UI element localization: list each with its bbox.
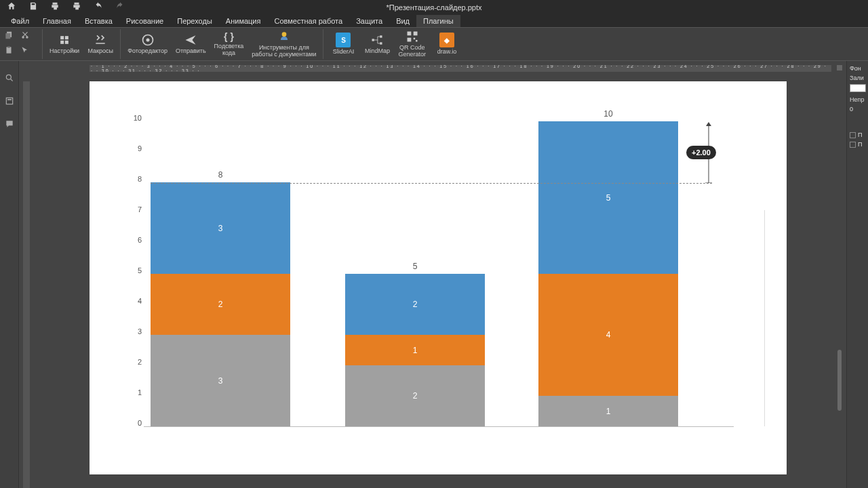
tool-sliderai[interactable]: SSliderAI [326,31,360,57]
svg-point-11 [146,39,149,42]
redo-icon[interactable] [115,1,125,14]
left-sidebar [0,61,19,488]
checkbox-2[interactable]: П [850,141,865,148]
background-label: Фон [850,65,865,72]
menu-рисование[interactable]: Рисование [119,15,170,27]
segment-orange: 4 [538,274,678,396]
menu-файл[interactable]: Файл [4,15,36,27]
fill-label: Зали [850,75,865,81]
menu-bar: ФайлГлавнаяВставкаРисованиеПереходыАнима… [0,15,868,27]
sum-label: 5 [345,262,485,271]
segment-orange: 1 [345,335,485,365]
vertical-scrollbar[interactable] [837,350,842,411]
tool-photoedit[interactable]: Фоторедактор [123,32,172,56]
diff-reference-line [151,183,712,184]
segment-gray: 3 [151,335,290,426]
slide-canvas[interactable]: 012345678910 3238212514510+2.00 [90,81,787,474]
svg-rect-22 [6,98,12,104]
opacity-value: 0 [850,106,865,113]
segment-blue: 3 [151,182,290,274]
opacity-label: Непр [850,96,865,103]
svg-rect-14 [380,35,382,37]
stacked-bar-chart[interactable]: 012345678910 3238212514510+2.00 [113,122,822,474]
segment-gray: 1 [538,396,678,426]
svg-rect-1 [5,33,10,39]
diff-value-badge: +2.00 [686,146,716,159]
svg-rect-16 [407,32,411,36]
select-icon[interactable] [20,45,30,58]
right-properties-panel: Фон Зали Непр 0 П П [846,61,868,488]
undo-icon[interactable] [94,1,103,14]
document-title: *Презентация-слайдер.pptx [386,3,481,12]
sum-label: 8 [151,170,290,180]
svg-rect-15 [380,42,382,44]
svg-rect-9 [65,41,68,44]
home-icon[interactable] [7,1,16,14]
editor-area: · · 1 · · · 2 · · · 3 · · · 4 · · · 5 · … [19,61,846,488]
tool-mindmap[interactable]: MindMap [360,32,394,56]
menu-вставка[interactable]: Вставка [78,15,119,27]
menu-защита[interactable]: Защита [349,15,389,27]
slides-panel-icon[interactable] [5,96,14,108]
menu-вид[interactable]: Вид [389,15,416,27]
svg-rect-13 [372,39,374,41]
menu-плагины[interactable]: Плагины [416,15,460,27]
svg-point-12 [282,32,287,37]
tool-highlight[interactable]: { }Подсветка кода [210,30,248,58]
svg-rect-23 [7,99,12,100]
clipboard-tools [3,28,37,60]
plugin-toolbar: НастройкиМакросыФоторедакторОтправить{ }… [0,27,868,61]
vertical-ruler [23,81,30,488]
tool-send[interactable]: Отправить [172,32,210,56]
cut-icon[interactable] [20,30,30,43]
sum-label: 10 [538,109,678,119]
horizontal-ruler: · · 1 · · · 2 · · · 3 · · · 4 · · · 5 · … [90,65,831,72]
svg-rect-20 [416,40,418,42]
menu-анимация[interactable]: Анимация [219,15,268,27]
menu-совместная работа[interactable]: Совместная работа [267,15,349,27]
segment-gray: 2 [345,365,485,426]
color-swatch[interactable] [850,84,866,92]
title-bar: *Презентация-слайдер.pptx [0,0,868,15]
svg-rect-7 [65,36,68,39]
menu-главная[interactable]: Главная [36,15,78,27]
checkbox-1[interactable]: П [850,131,865,138]
bar-group-2[interactable]: 14510 [538,121,678,426]
save-icon[interactable] [28,1,38,14]
svg-point-21 [6,75,11,79]
menu-переходы[interactable]: Переходы [170,15,219,27]
tool-settings[interactable]: Настройки [45,32,83,56]
print-preview-icon[interactable] [72,1,81,14]
comments-icon[interactable] [5,119,14,131]
print-icon[interactable] [50,1,60,14]
svg-rect-18 [407,38,411,42]
bar-group-0[interactable]: 3238 [151,121,290,426]
tool-macros[interactable]: Макросы [83,32,117,56]
paste-icon[interactable] [4,45,14,58]
copy-icon[interactable] [4,30,14,43]
segment-blue: 5 [538,121,678,274]
bar-group-1[interactable]: 2125 [345,121,485,426]
svg-rect-6 [60,36,64,39]
segment-orange: 2 [151,274,290,335]
svg-rect-5 [7,46,10,47]
tool-qrcode[interactable]: QR Code Generator [394,28,430,60]
svg-rect-4 [7,47,12,53]
svg-rect-17 [413,32,417,36]
tool-drawio[interactable]: ◆draw.io [430,31,464,57]
scroll-up-icon[interactable] [837,65,842,70]
svg-rect-19 [413,38,415,40]
svg-rect-8 [60,41,64,44]
search-icon[interactable] [5,73,14,85]
segment-blue: 2 [345,274,485,335]
tool-doctools[interactable]: Инструменты для работы с документами [248,28,320,60]
